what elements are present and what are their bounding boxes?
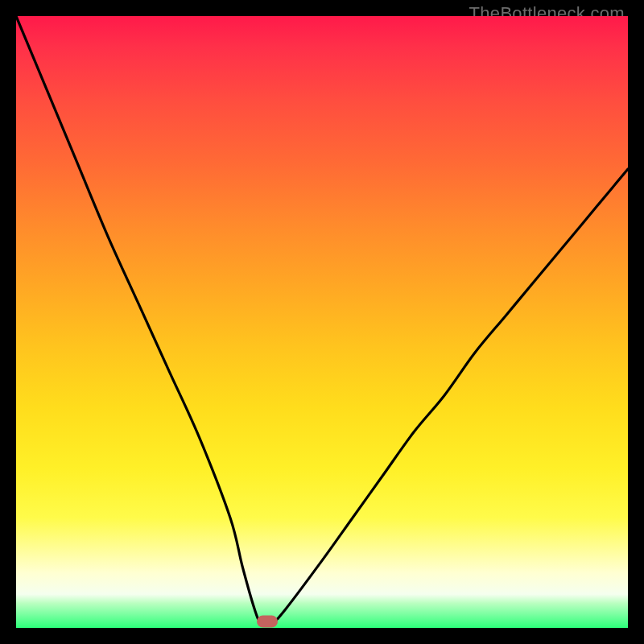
- plot-area: [16, 16, 628, 628]
- optimal-marker: [257, 616, 278, 628]
- bottleneck-curve: [16, 16, 628, 628]
- chart-frame: TheBottleneck.com: [0, 0, 644, 644]
